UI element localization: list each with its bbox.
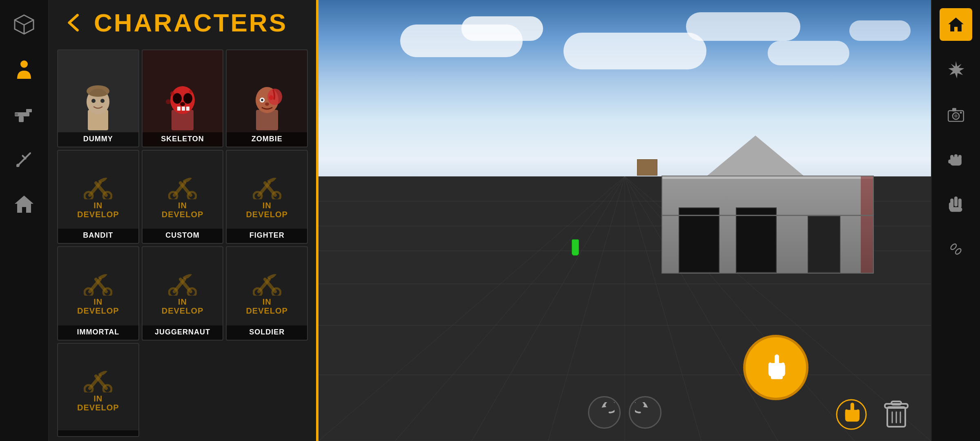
- svg-rect-70: [768, 363, 772, 372]
- char-card-juggernaut[interactable]: INDEVELOP JUGGERNAUT: [142, 246, 224, 341]
- rotate-right-button[interactable]: [629, 396, 662, 429]
- wrench-icon-immortal: [84, 271, 112, 296]
- svg-rect-100: [958, 198, 962, 208]
- rs-item-explosion[interactable]: [940, 53, 972, 86]
- barn-body: [662, 176, 874, 274]
- barn-door-right: [736, 207, 777, 273]
- skeleton-figure: [160, 81, 205, 130]
- rs-item-hand[interactable]: [940, 188, 972, 220]
- wrench-icon-soldier: [253, 271, 281, 296]
- back-button[interactable]: [61, 11, 86, 35]
- svg-rect-78: [845, 410, 848, 418]
- bandit-develop-text: INDEVELOP: [77, 201, 119, 219]
- extra-develop-overlay: INDEVELOP: [58, 344, 138, 437]
- left-sidebar: [0, 0, 49, 441]
- sidebar-item-melee[interactable]: [8, 143, 40, 176]
- svg-point-35: [269, 95, 273, 100]
- svg-point-18: [87, 89, 109, 115]
- home-icon: [13, 193, 35, 215]
- bandit-develop-overlay: INDEVELOP: [58, 151, 138, 243]
- extra-develop-text: INDEVELOP: [77, 394, 119, 412]
- character-grid: DUMMY: [49, 45, 316, 441]
- barn-door-far-right: [808, 216, 840, 273]
- immortal-develop-overlay: INDEVELOP: [58, 247, 138, 340]
- fist-icon: [947, 150, 965, 168]
- svg-rect-97: [948, 160, 951, 164]
- juggernaut-develop-text: INDEVELOP: [162, 297, 204, 315]
- char-card-extra[interactable]: INDEVELOP: [57, 343, 139, 437]
- svg-rect-72: [771, 375, 783, 379]
- char-card-soldier[interactable]: INDEVELOP SOLDIER: [226, 246, 308, 341]
- cloud-5: [768, 41, 849, 65]
- sidebar-item-weapons[interactable]: [8, 98, 40, 131]
- sidebar-item-character[interactable]: [8, 53, 40, 86]
- fighter-develop-overlay: INDEVELOP: [227, 151, 307, 243]
- char-card-dummy[interactable]: DUMMY: [57, 49, 139, 147]
- svg-rect-7: [19, 116, 24, 122]
- back-arrow-icon: [62, 11, 85, 34]
- wrench-icon-fighter: [253, 175, 281, 199]
- char-card-fighter[interactable]: INDEVELOP FIGHTER: [226, 150, 308, 244]
- right-sidebar: [931, 0, 980, 441]
- svg-line-2: [24, 20, 33, 25]
- green-object: [572, 239, 579, 256]
- rs-item-fist[interactable]: [940, 143, 972, 176]
- home-rs-icon: [947, 16, 965, 33]
- rs-item-home[interactable]: [940, 8, 972, 41]
- characters-panel: CHARACTERS: [49, 0, 318, 441]
- sidebar-item-home[interactable]: [8, 188, 40, 220]
- juggernaut-develop-overlay: INDEVELOP: [143, 247, 223, 340]
- person-icon: [13, 58, 35, 80]
- svg-rect-96: [958, 155, 962, 159]
- svg-point-11: [16, 164, 20, 167]
- delete-button[interactable]: [878, 396, 915, 433]
- svg-rect-26: [186, 107, 189, 111]
- immortal-develop-text: INDEVELOP: [77, 297, 119, 315]
- small-interact-button[interactable]: [833, 396, 870, 433]
- svg-point-92: [960, 111, 962, 114]
- svg-point-28: [189, 90, 192, 93]
- svg-rect-79: [857, 410, 860, 418]
- panel-title: CHARACTERS: [94, 8, 287, 37]
- cloud-6: [849, 20, 911, 41]
- svg-rect-91: [952, 108, 956, 111]
- barn-door-left: [679, 207, 719, 273]
- small-hand-icon: [835, 398, 868, 431]
- zombie-portrait: [227, 79, 307, 132]
- svg-point-22: [183, 93, 192, 104]
- fighter-develop-text: INDEVELOP: [246, 201, 288, 219]
- svg-marker-87: [948, 61, 964, 78]
- svg-point-90: [954, 114, 958, 118]
- rotate-left-button[interactable]: [588, 396, 621, 429]
- char-card-immortal[interactable]: INDEVELOP IMMORTAL: [57, 246, 139, 341]
- char-card-skeleton[interactable]: SKELETON: [142, 49, 224, 147]
- svg-marker-86: [948, 18, 963, 31]
- char-card-bandit[interactable]: INDEVELOP BANDIT: [57, 150, 139, 244]
- svg-point-34: [261, 99, 263, 101]
- gun-icon: [13, 103, 35, 125]
- barn-structure: [662, 136, 874, 274]
- chain-icon: [947, 240, 965, 258]
- sidebar-item-box[interactable]: [8, 8, 40, 41]
- char-card-zombie[interactable]: ZOMBIE: [226, 49, 308, 147]
- svg-point-36: [265, 102, 269, 106]
- interact-button[interactable]: [743, 335, 808, 400]
- rs-item-chain[interactable]: [940, 233, 972, 265]
- explosion-icon: [947, 60, 965, 78]
- cloud-2: [461, 16, 543, 41]
- svg-rect-6: [26, 109, 32, 112]
- svg-rect-71: [781, 363, 784, 372]
- svg-rect-95: [954, 154, 958, 159]
- wrench-icon-bandit: [84, 175, 112, 199]
- svg-rect-24: [177, 107, 180, 111]
- wrench-icon-extra: [84, 368, 112, 392]
- bottom-right-controls: [833, 396, 915, 433]
- panel-header: CHARACTERS: [49, 0, 316, 45]
- svg-line-58: [318, 176, 625, 441]
- svg-point-23: [180, 102, 185, 106]
- char-card-custom[interactable]: INDEVELOP CUSTOM: [142, 150, 224, 244]
- svg-point-29: [166, 99, 171, 104]
- soldier-develop-text: INDEVELOP: [246, 297, 288, 315]
- rotate-left-icon: [594, 402, 615, 423]
- rs-item-camera[interactable]: [940, 98, 972, 131]
